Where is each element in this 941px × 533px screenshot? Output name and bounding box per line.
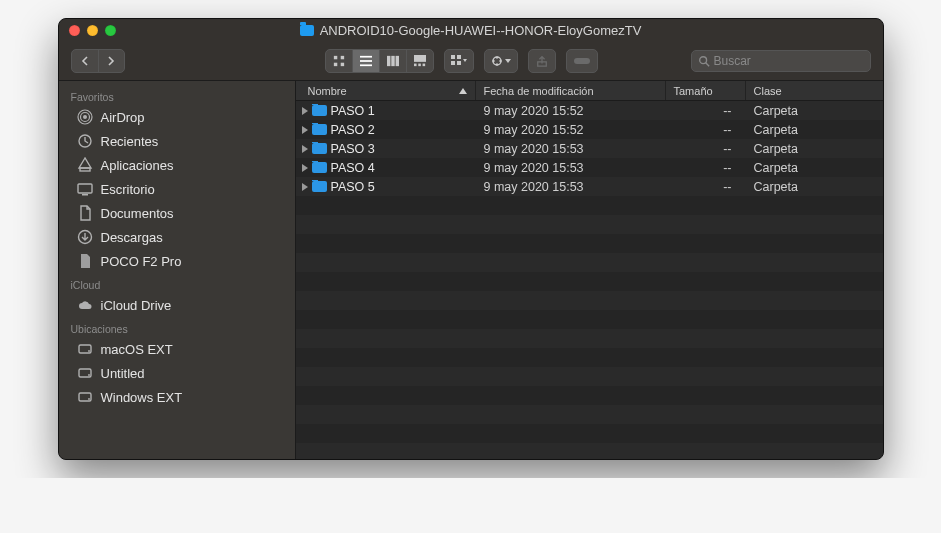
- sidebar-item-label: AirDrop: [101, 110, 145, 125]
- svg-rect-8: [391, 55, 394, 65]
- svg-rect-24: [574, 58, 590, 64]
- file-date: 9 may 2020 15:52: [476, 123, 666, 137]
- disk-icon: [77, 389, 93, 405]
- sidebar-item[interactable]: Windows EXT: [59, 385, 295, 409]
- svg-rect-9: [395, 55, 398, 65]
- svg-rect-4: [360, 55, 372, 57]
- file-size: --: [666, 104, 746, 118]
- sidebar-item-label: Windows EXT: [101, 390, 183, 405]
- sidebar-item-label: Untitled: [101, 366, 145, 381]
- svg-rect-31: [80, 168, 90, 171]
- folder-icon: [312, 162, 327, 173]
- disclosure-triangle-icon[interactable]: [302, 107, 308, 115]
- window-title-text: ANDROID10-Google-HUAWEI--HONOR-EloyGomez…: [320, 23, 642, 38]
- disclosure-triangle-icon[interactable]: [302, 145, 308, 153]
- search-box[interactable]: [691, 50, 871, 72]
- table-row[interactable]: PASO 29 may 2020 15:52--Carpeta: [296, 120, 883, 139]
- back-button[interactable]: [72, 50, 98, 72]
- search-input[interactable]: [714, 54, 864, 68]
- arrange-group: [444, 49, 474, 73]
- maximize-button[interactable]: [105, 25, 116, 36]
- sidebar-item-label: POCO F2 Pro: [101, 254, 182, 269]
- file-date: 9 may 2020 15:52: [476, 104, 666, 118]
- column-header-date[interactable]: Fecha de modificación: [476, 81, 666, 100]
- table-row[interactable]: PASO 39 may 2020 15:53--Carpeta: [296, 139, 883, 158]
- sidebar-item[interactable]: Escritorio: [59, 177, 295, 201]
- sidebar-item[interactable]: Descargas: [59, 225, 295, 249]
- view-list-button[interactable]: [352, 50, 379, 72]
- file-rows[interactable]: PASO 19 may 2020 15:52--CarpetaPASO 29 m…: [296, 101, 883, 459]
- svg-rect-12: [418, 63, 421, 66]
- empty-row: [296, 215, 883, 234]
- sidebar-item[interactable]: Documentos: [59, 201, 295, 225]
- svg-rect-7: [387, 55, 390, 65]
- folder-icon: [312, 143, 327, 154]
- share-button[interactable]: [529, 50, 555, 72]
- file-kind: Carpeta: [746, 104, 883, 118]
- disk-icon: [77, 341, 93, 357]
- file-name: PASO 1: [331, 104, 375, 118]
- svg-rect-17: [457, 61, 461, 65]
- empty-row: [296, 348, 883, 367]
- svg-rect-0: [333, 55, 336, 58]
- table-row[interactable]: PASO 59 may 2020 15:53--Carpeta: [296, 177, 883, 196]
- file-date: 9 may 2020 15:53: [476, 142, 666, 156]
- share-group: [528, 49, 556, 73]
- file-name: PASO 3: [331, 142, 375, 156]
- svg-rect-23: [537, 61, 546, 65]
- empty-row: [296, 405, 883, 424]
- sidebar[interactable]: FavoritosAirDropRecientesAplicacionesEsc…: [59, 81, 296, 459]
- tags-button[interactable]: [567, 50, 597, 72]
- doc-icon: [77, 253, 93, 269]
- close-button[interactable]: [69, 25, 80, 36]
- svg-rect-33: [82, 194, 88, 196]
- forward-button[interactable]: [98, 50, 124, 72]
- file-date: 9 may 2020 15:53: [476, 161, 666, 175]
- sidebar-item[interactable]: Untitled: [59, 361, 295, 385]
- desktop-icon: [77, 181, 93, 197]
- empty-row: [296, 329, 883, 348]
- action-menu-button[interactable]: [485, 50, 517, 72]
- arrange-button[interactable]: [445, 50, 473, 72]
- sidebar-item-label: Aplicaciones: [101, 158, 174, 173]
- disclosure-triangle-icon[interactable]: [302, 183, 308, 191]
- svg-rect-22: [499, 60, 501, 62]
- airdrop-icon: [77, 109, 93, 125]
- table-row[interactable]: PASO 19 may 2020 15:52--Carpeta: [296, 101, 883, 120]
- minimize-button[interactable]: [87, 25, 98, 36]
- empty-row: [296, 272, 883, 291]
- folder-icon: [312, 124, 327, 135]
- disclosure-triangle-icon[interactable]: [302, 164, 308, 172]
- sidebar-item[interactable]: Recientes: [59, 129, 295, 153]
- empty-row: [296, 234, 883, 253]
- view-icons-button[interactable]: [326, 50, 352, 72]
- empty-row: [296, 253, 883, 272]
- column-headers: Nombre Fecha de modificación Tamaño Clas…: [296, 81, 883, 101]
- sidebar-item-label: Documentos: [101, 206, 174, 221]
- folder-icon: [300, 25, 314, 36]
- table-row[interactable]: PASO 49 may 2020 15:53--Carpeta: [296, 158, 883, 177]
- column-header-name[interactable]: Nombre: [296, 81, 476, 100]
- file-date: 9 may 2020 15:53: [476, 180, 666, 194]
- view-switcher: [325, 49, 434, 73]
- sidebar-item[interactable]: POCO F2 Pro: [59, 249, 295, 273]
- column-header-kind[interactable]: Clase: [746, 81, 883, 100]
- sidebar-item[interactable]: AirDrop: [59, 105, 295, 129]
- svg-rect-3: [340, 62, 343, 65]
- traffic-lights: [59, 25, 116, 36]
- file-size: --: [666, 142, 746, 156]
- column-header-kind-label: Clase: [754, 85, 782, 97]
- svg-rect-20: [496, 63, 498, 65]
- svg-rect-14: [451, 55, 455, 59]
- svg-point-38: [88, 374, 90, 376]
- svg-line-26: [705, 62, 708, 65]
- view-gallery-button[interactable]: [406, 50, 433, 72]
- sidebar-item[interactable]: Aplicaciones: [59, 153, 295, 177]
- window-title: ANDROID10-Google-HUAWEI--HONOR-EloyGomez…: [59, 23, 883, 38]
- sidebar-item[interactable]: iCloud Drive: [59, 293, 295, 317]
- view-columns-button[interactable]: [379, 50, 406, 72]
- sidebar-item[interactable]: macOS EXT: [59, 337, 295, 361]
- disk-icon: [77, 365, 93, 381]
- disclosure-triangle-icon[interactable]: [302, 126, 308, 134]
- column-header-size[interactable]: Tamaño: [666, 81, 746, 100]
